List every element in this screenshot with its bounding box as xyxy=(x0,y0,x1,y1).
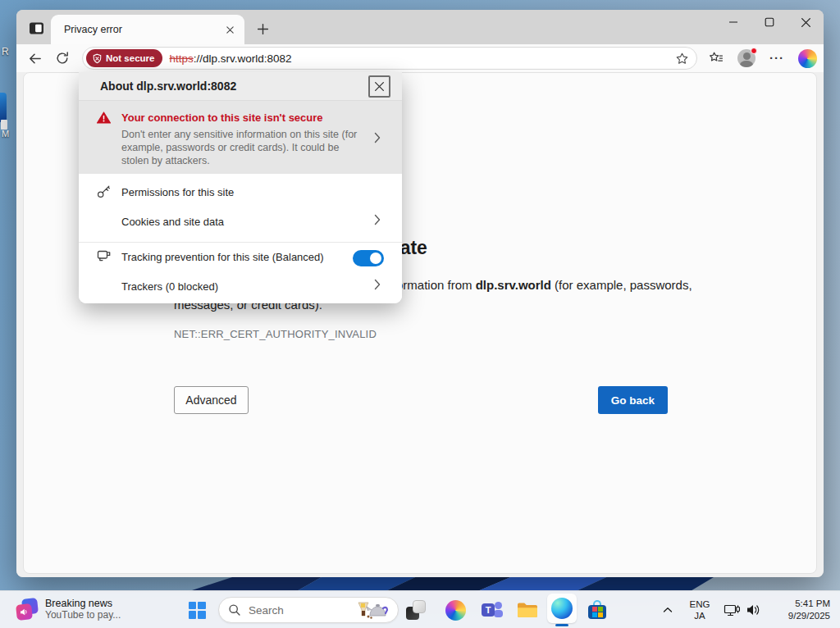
file-explorer-icon xyxy=(517,601,538,619)
search-placeholder: Search xyxy=(249,604,284,617)
popup-close-button[interactable] xyxy=(368,75,390,98)
divider xyxy=(79,242,402,243)
popup-warning-section[interactable]: Your connection to this site isn't secur… xyxy=(79,101,402,174)
widgets-button[interactable]: Breaking news YouTube to pay... xyxy=(11,596,126,622)
tab-title: Privacy error xyxy=(64,24,222,35)
new-tab-button[interactable] xyxy=(253,19,272,39)
taskbar: Breaking news YouTube to pay... Search xyxy=(0,590,840,628)
chevron-up-icon xyxy=(663,607,673,613)
tracking-prevention-icon xyxy=(96,248,112,263)
maximize-button[interactable] xyxy=(751,10,788,34)
close-window-button[interactable] xyxy=(788,10,824,34)
popup-rows: Permissions for this site Cookies and si… xyxy=(79,174,402,303)
volume-button[interactable] xyxy=(743,598,763,621)
favorites-hub-button[interactable] xyxy=(705,47,728,70)
widget-headline: Breaking news xyxy=(45,598,121,609)
tab-privacy-error[interactable]: Privacy error xyxy=(51,15,244,44)
go-back-button[interactable]: Go back xyxy=(598,386,668,414)
star-with-lines-icon xyxy=(708,50,724,66)
microsoft-store-button[interactable] xyxy=(581,594,614,626)
shield-x-icon xyxy=(92,53,103,64)
tab-close-icon[interactable] xyxy=(222,22,237,37)
desktop-icon-label-m: M xyxy=(2,129,9,139)
teams-button[interactable]: T xyxy=(476,594,509,626)
url-scheme-struck: https xyxy=(169,52,193,65)
key-icon xyxy=(96,184,112,199)
address-bar[interactable]: Not secure https://dlp.srv.world:8082 xyxy=(82,47,697,70)
search-daily-illustration[interactable] xyxy=(355,599,393,621)
not-secure-label: Not secure xyxy=(106,53,154,63)
chevron-right-icon[interactable] xyxy=(371,278,384,291)
browser-window: Privacy error xyxy=(16,10,824,577)
star-icon xyxy=(675,52,689,66)
chevron-right-icon[interactable] xyxy=(371,213,384,226)
copilot-taskbar-button[interactable] xyxy=(439,594,472,626)
popup-warning-title: Your connection to this site isn't secur… xyxy=(121,111,323,124)
task-view-button[interactable] xyxy=(399,594,432,626)
notification-dot xyxy=(751,48,757,54)
microsoft-store-icon xyxy=(587,600,607,620)
copilot-icon xyxy=(445,600,466,621)
start-button[interactable] xyxy=(180,594,213,626)
chevron-right-icon[interactable] xyxy=(371,131,384,144)
file-explorer-button[interactable] xyxy=(511,594,544,626)
toolbar-right-icons: ··· xyxy=(705,47,819,70)
language-indicator[interactable]: ENG JA xyxy=(684,598,715,621)
widget-subheadline: YouTube to pay... xyxy=(45,609,121,621)
task-view-icon xyxy=(406,600,426,620)
favorite-star-button[interactable] xyxy=(673,49,691,67)
search-icon xyxy=(228,603,241,617)
desktop-shortcut-icon[interactable] xyxy=(0,93,7,122)
profile-button[interactable] xyxy=(735,47,758,70)
tray-time: 5:41 PM xyxy=(769,598,830,610)
popup-header: About dlp.srv.world:8082 xyxy=(79,72,402,101)
refresh-icon xyxy=(55,51,70,66)
network-button[interactable] xyxy=(722,598,742,621)
copilot-icon xyxy=(798,49,817,68)
advanced-button[interactable]: Advanced xyxy=(174,386,249,414)
network-ethernet-icon xyxy=(724,603,741,617)
taskbar-search-box[interactable]: Search xyxy=(218,597,399,623)
url-rest: ://dlp.srv.world:8082 xyxy=(194,52,292,65)
refresh-button[interactable] xyxy=(51,47,74,70)
clock[interactable]: 5:41 PM 9/29/2025 xyxy=(769,598,830,622)
tab-strip: Privacy error xyxy=(16,10,824,44)
tracking-prevention-label: Tracking prevention for this site (Balan… xyxy=(121,251,324,263)
toggle-knob xyxy=(370,253,381,264)
edge-icon xyxy=(551,598,573,619)
not-secure-badge[interactable]: Not secure xyxy=(86,49,162,67)
desktop-icon-label-r: R xyxy=(2,46,9,57)
popup-warning-body: Don't enter any sensitive information on… xyxy=(121,128,361,167)
cookies-row[interactable]: Cookies and site data xyxy=(121,216,224,228)
teams-icon: T xyxy=(482,599,503,621)
tray-date: 9/29/2025 xyxy=(769,610,830,622)
settings-menu-button[interactable]: ··· xyxy=(765,47,788,70)
copilot-button[interactable] xyxy=(796,47,819,70)
trackers-row[interactable]: Trackers (0 blocked) xyxy=(121,280,218,293)
ellipsis-icon: ··· xyxy=(769,54,784,62)
hidden-icons-button[interactable] xyxy=(658,598,678,621)
tab-actions-menu-button[interactable] xyxy=(25,18,48,38)
minimize-button[interactable] xyxy=(715,10,751,34)
window-controls xyxy=(715,10,824,34)
tracking-prevention-toggle[interactable] xyxy=(353,250,384,266)
back-button[interactable] xyxy=(23,47,46,70)
page-body-domain: dlp.srv.world xyxy=(476,278,551,292)
plus-icon xyxy=(257,23,269,35)
speaker-icon xyxy=(746,603,761,617)
warning-triangle-icon xyxy=(97,111,111,124)
windows-logo-icon xyxy=(189,602,206,619)
url-text: https://dlp.srv.world:8082 xyxy=(169,52,291,65)
popup-title: About dlp.srv.world:8082 xyxy=(100,80,236,93)
back-arrow-icon xyxy=(27,51,43,66)
permissions-label: Permissions for this site xyxy=(121,186,234,198)
tab-actions-icon xyxy=(29,21,44,35)
system-tray: ENG JA 5:41 PM 9/29/2025 xyxy=(658,591,840,628)
edge-active-indicator xyxy=(555,624,568,626)
widgets-icon xyxy=(16,598,38,620)
edge-button-active[interactable] xyxy=(547,594,577,623)
error-code: NET::ERR_CERT_AUTHORITY_INVALID xyxy=(174,328,377,340)
browser-toolbar: Not secure https://dlp.srv.world:8082 xyxy=(16,44,824,72)
close-icon xyxy=(374,81,385,92)
site-info-popup: About dlp.srv.world:8082 Your connection… xyxy=(79,72,402,303)
